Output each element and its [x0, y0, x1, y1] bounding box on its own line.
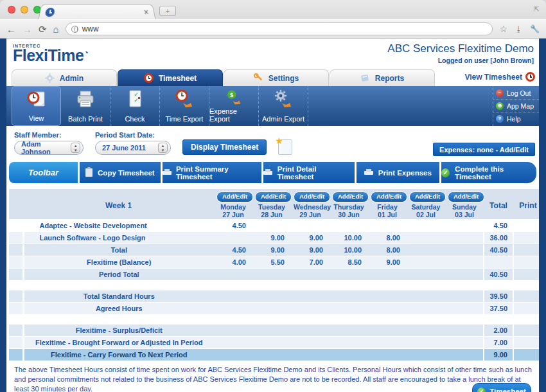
hours-cell	[252, 337, 291, 349]
hours-cell	[368, 220, 407, 232]
row-label: Total	[23, 244, 214, 256]
add-edit-button[interactable]: Add/Edit	[216, 192, 253, 202]
day-date: 30 Jun	[332, 211, 365, 219]
day-header-sunday: Add/EditSunday03 Jul	[445, 189, 484, 220]
hours-cell	[445, 337, 484, 349]
staff-member-label: Staff Member:	[14, 131, 84, 139]
ribbon-time-export-button[interactable]: Time Export	[160, 86, 209, 126]
hours-cell	[445, 269, 484, 281]
printer-icon	[163, 169, 171, 176]
view-timesheet-link[interactable]: View Timesheet	[464, 72, 535, 82]
printer-icon	[263, 169, 272, 176]
timesheet-ribbon: View Batch Print ✓✓ Check Time Export $ …	[6, 86, 539, 126]
hours-cell	[330, 303, 368, 315]
print-detail-timesheet-button[interactable]: Print Detail Timesheet	[263, 162, 355, 183]
copy-timesheet-button[interactable]: Copy Timesheet	[80, 162, 161, 183]
period-start-select[interactable]: 27 June 2011 ▲▼	[95, 141, 171, 155]
ribbon-admin-export-button[interactable]: Admin Export	[259, 86, 308, 126]
ribbon-view-label: View	[29, 114, 44, 122]
ribbon-expense-export-button[interactable]: $ Expense Export	[209, 86, 259, 126]
hours-cell: 10.00	[330, 232, 368, 244]
day-header-wednesday: Add/EditWednesday29 Jun	[291, 189, 330, 220]
hours-cell: 8.50	[330, 256, 368, 269]
browser-tab[interactable]: ×	[38, 4, 155, 19]
app-map-link[interactable]: ⊕ App Map	[493, 100, 539, 112]
expand-window-icon[interactable]: ⇱	[534, 5, 540, 13]
hours-cell: 10.00	[330, 244, 368, 256]
timesheet-bottom-button[interactable]: ✓ Timesheet	[472, 383, 531, 392]
main-nav-tabs: Admin Timesheet Settings Reports View Ti…	[6, 69, 539, 86]
row-label: Period Total	[23, 269, 214, 281]
hours-cell	[368, 349, 407, 361]
hours-cell	[407, 290, 445, 303]
settings-wrench-icon[interactable]: 🔧	[530, 24, 540, 33]
total-cell: 2.00	[484, 325, 513, 337]
reload-button[interactable]: ⟳	[39, 24, 47, 34]
print-summary-timesheet-button[interactable]: Print Summary Timesheet	[163, 162, 261, 183]
help-link[interactable]: ? Help	[493, 112, 539, 125]
forward-button[interactable]: →	[22, 24, 32, 34]
document-checks-icon: ✓✓	[125, 89, 145, 109]
tab-settings[interactable]: Settings	[224, 69, 329, 86]
add-edit-button[interactable]: Add/Edit	[371, 192, 407, 202]
expenses-add-edit-button[interactable]: Expenses: none - Add/Edit	[433, 143, 535, 156]
ribbon-links: − Log Out ⊕ App Map ? Help	[493, 86, 539, 126]
ribbon-check-button[interactable]: ✓✓ Check	[110, 86, 160, 126]
day-name: Tuesday	[255, 203, 288, 211]
tab-close-icon[interactable]: ×	[143, 8, 150, 17]
ribbon-batch-print-button[interactable]: Batch Print	[61, 86, 110, 126]
hours-cell: 9.00	[252, 232, 291, 244]
day-date: 27 Jun	[216, 211, 250, 219]
add-edit-button[interactable]: Add/Edit	[255, 192, 292, 202]
print-expenses-label: Print Expenses	[378, 169, 432, 177]
day-name: Wednesday	[294, 203, 327, 211]
new-tab-button[interactable]: +	[159, 6, 176, 16]
note-star-icon[interactable]	[278, 139, 292, 155]
hours-cell: 9.00	[252, 244, 291, 256]
gear-export-arrow-icon	[273, 89, 294, 109]
hours-cell	[214, 232, 252, 244]
add-edit-button[interactable]: Add/Edit	[294, 192, 330, 202]
hours-cell	[445, 256, 484, 269]
hours-cell	[291, 220, 330, 232]
home-button[interactable]: ⌂	[53, 24, 59, 34]
tab-timesheet[interactable]: Timesheet	[118, 69, 223, 86]
complete-timesheet-button[interactable]: ✓ Complete this Timesheet	[441, 162, 536, 183]
url-field[interactable]: www	[66, 22, 493, 35]
tab-admin-label: Admin	[60, 74, 84, 83]
add-edit-button[interactable]: Add/Edit	[332, 192, 369, 202]
back-button[interactable]: ←	[6, 24, 16, 34]
ribbon-view-button[interactable]: View	[12, 86, 61, 126]
table-row: Total Standard Hours39.50	[9, 290, 543, 303]
hours-cell	[445, 303, 484, 315]
tab-admin[interactable]: Admin	[12, 69, 117, 86]
hours-cell	[214, 303, 252, 315]
close-window-button[interactable]	[8, 6, 15, 13]
hours-cell	[445, 349, 484, 361]
add-edit-button[interactable]: Add/Edit	[448, 192, 484, 202]
day-header-thursday: Add/EditThursday30 Jun	[330, 189, 368, 220]
hours-cell	[252, 303, 291, 315]
tab-reports[interactable]: Reports	[330, 69, 435, 86]
hours-cell	[368, 337, 407, 349]
gutter-cell	[9, 290, 23, 303]
print-cell	[513, 244, 543, 256]
download-icon[interactable]: ⭳	[515, 25, 522, 33]
display-timesheet-button[interactable]: Display Timesheet	[182, 139, 267, 155]
staff-member-select[interactable]: Adam Johnson ▲▼	[14, 141, 84, 155]
hours-cell	[214, 349, 252, 361]
ribbon-time-export-label: Time Export	[166, 115, 204, 123]
day-header-monday: Add/EditMonday27 Jun	[214, 189, 252, 220]
logged-on-user: Logged on user [John Brown]	[387, 57, 534, 64]
bookmark-star-icon[interactable]: ☆	[499, 24, 507, 34]
spacer-row	[9, 281, 543, 290]
ribbon-admin-export-label: Admin Export	[262, 115, 304, 123]
log-out-link[interactable]: − Log Out	[493, 87, 539, 100]
add-edit-button[interactable]: Add/Edit	[409, 192, 446, 202]
minimize-window-button[interactable]	[21, 6, 28, 13]
copy-timesheet-label: Copy Timesheet	[98, 169, 155, 177]
day-header-tuesday: Add/EditTuesday28 Jun	[252, 189, 291, 220]
print-cell	[513, 256, 543, 269]
print-expenses-button[interactable]: Print Expenses	[357, 162, 439, 183]
print-summary-label: Print Summary Timesheet	[176, 165, 261, 181]
